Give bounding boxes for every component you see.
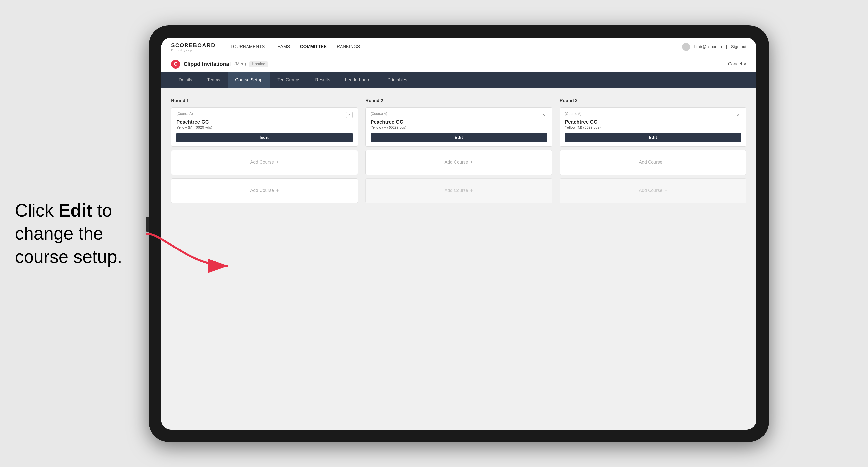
round-3-course-name: Peachtree GC bbox=[565, 119, 741, 125]
instruction-bold: Edit bbox=[59, 200, 92, 220]
round-3-course-tee: Yellow (M) (6629 yds) bbox=[565, 125, 741, 129]
nav-links: TOURNAMENTS TEAMS COMMITTEE RANKINGS bbox=[230, 44, 360, 49]
arrow-indicator bbox=[139, 226, 238, 277]
instruction-prefix: Click bbox=[15, 200, 59, 220]
nav-tournaments[interactable]: TOURNAMENTS bbox=[230, 44, 265, 49]
tournament-status: Hosting bbox=[249, 61, 268, 67]
logo-subtitle: Powered by clippd bbox=[171, 49, 216, 52]
tablet-device: SCOREBOARD Powered by clippd TOURNAMENTS… bbox=[149, 25, 769, 442]
round-2-course-tee: Yellow (M) (6629 yds) bbox=[371, 125, 547, 129]
delete-icon-2: × bbox=[542, 113, 545, 117]
delete-icon: × bbox=[348, 113, 351, 117]
tab-details[interactable]: Details bbox=[171, 72, 199, 88]
nav-teams[interactable]: TEAMS bbox=[275, 44, 290, 49]
round-3-course-card: (Course A) × Peachtree GC Yellow (M) (66… bbox=[560, 107, 746, 147]
round-3-add-course-2: Add Course + bbox=[560, 178, 746, 203]
round-2-add-course-1[interactable]: Add Course + bbox=[365, 150, 552, 175]
instruction-text: Click Edit tochange thecourse setup. bbox=[15, 199, 122, 268]
round-3-column: Round 3 (Course A) × Peachtree GC Yellow… bbox=[560, 98, 746, 207]
nav-committee[interactable]: COMMITTEE bbox=[300, 44, 327, 49]
separator: | bbox=[726, 44, 727, 49]
round-1-course-tee: Yellow (M) (6629 yds) bbox=[176, 125, 353, 129]
navbar-left: SCOREBOARD Powered by clippd TOURNAMENTS… bbox=[171, 42, 360, 52]
round-1-column: Round 1 (Course A) × Peachtree GC Yellow… bbox=[171, 98, 358, 207]
round-2-edit-button[interactable]: Edit bbox=[371, 133, 547, 142]
tab-bar: Details Teams Course Setup Tee Groups Re… bbox=[161, 72, 756, 88]
tab-tee-groups[interactable]: Tee Groups bbox=[270, 72, 308, 88]
cancel-button[interactable]: Cancel × bbox=[728, 62, 746, 67]
course-card-header: (Course A) × bbox=[176, 112, 353, 118]
course-3-label: (Course A) bbox=[565, 112, 582, 116]
round-1-label: Round 1 bbox=[171, 98, 358, 103]
round-2-column: Round 2 (Course A) × Peachtree GC Yellow… bbox=[365, 98, 552, 207]
tournament-name: Clippd Invitational bbox=[184, 61, 231, 67]
main-content: Round 1 (Course A) × Peachtree GC Yellow… bbox=[161, 88, 756, 430]
user-avatar bbox=[682, 43, 690, 51]
round-1-add-course-2[interactable]: Add Course + bbox=[171, 178, 358, 203]
sign-out-link[interactable]: Sign out bbox=[731, 44, 746, 49]
tablet-screen: SCOREBOARD Powered by clippd TOURNAMENTS… bbox=[161, 38, 756, 430]
round-1-course-name: Peachtree GC bbox=[176, 119, 353, 125]
tab-results[interactable]: Results bbox=[308, 72, 338, 88]
plus-icon-3: + bbox=[470, 159, 473, 165]
tournament-header: C Clippd Invitational (Men) Hosting Canc… bbox=[161, 56, 756, 72]
tab-teams[interactable]: Teams bbox=[199, 72, 228, 88]
plus-icon-5: + bbox=[664, 159, 668, 165]
round-2-add-course-2: Add Course + bbox=[365, 178, 552, 203]
round-2-delete-button[interactable]: × bbox=[540, 112, 547, 118]
round-3-label: Round 3 bbox=[560, 98, 746, 103]
tournament-gender: (Men) bbox=[235, 62, 246, 67]
nav-rankings[interactable]: RANKINGS bbox=[337, 44, 360, 49]
plus-icon-4: + bbox=[470, 188, 473, 193]
tab-leaderboards[interactable]: Leaderboards bbox=[338, 72, 380, 88]
course-2-label: (Course A) bbox=[371, 112, 387, 116]
app-navbar: SCOREBOARD Powered by clippd TOURNAMENTS… bbox=[161, 38, 756, 56]
round-1-edit-button[interactable]: Edit bbox=[176, 133, 353, 142]
course-card-header-2: (Course A) × bbox=[371, 112, 547, 118]
scoreboard-logo: SCOREBOARD Powered by clippd bbox=[171, 42, 216, 52]
navbar-right: blair@clippd.io | Sign out bbox=[682, 43, 746, 51]
clippd-logo: C bbox=[171, 60, 180, 69]
round-3-add-course-1[interactable]: Add Course + bbox=[560, 150, 746, 175]
round-2-course-card: (Course A) × Peachtree GC Yellow (M) (66… bbox=[365, 107, 552, 147]
delete-icon-3: × bbox=[737, 113, 739, 117]
round-3-delete-button[interactable]: × bbox=[735, 112, 741, 118]
user-email: blair@clippd.io bbox=[694, 44, 722, 49]
plus-icon-6: + bbox=[664, 188, 668, 193]
round-1-course-card: (Course A) × Peachtree GC Yellow (M) (66… bbox=[171, 107, 358, 147]
round-3-edit-button[interactable]: Edit bbox=[565, 133, 741, 142]
round-1-delete-button[interactable]: × bbox=[346, 112, 353, 118]
plus-icon-1: + bbox=[276, 159, 279, 165]
plus-icon-2: + bbox=[276, 188, 279, 193]
close-icon: × bbox=[744, 62, 746, 67]
tab-printables[interactable]: Printables bbox=[380, 72, 415, 88]
tab-course-setup[interactable]: Course Setup bbox=[228, 72, 270, 88]
round-1-add-course-1[interactable]: Add Course + bbox=[171, 150, 358, 175]
course-card-header-3: (Course A) × bbox=[565, 112, 741, 118]
round-2-label: Round 2 bbox=[365, 98, 552, 103]
round-2-course-name: Peachtree GC bbox=[371, 119, 547, 125]
rounds-grid: Round 1 (Course A) × Peachtree GC Yellow… bbox=[171, 98, 746, 207]
tournament-title-section: C Clippd Invitational (Men) Hosting bbox=[171, 60, 268, 69]
logo-title: SCOREBOARD bbox=[171, 42, 216, 49]
course-1-label: (Course A) bbox=[176, 112, 193, 116]
